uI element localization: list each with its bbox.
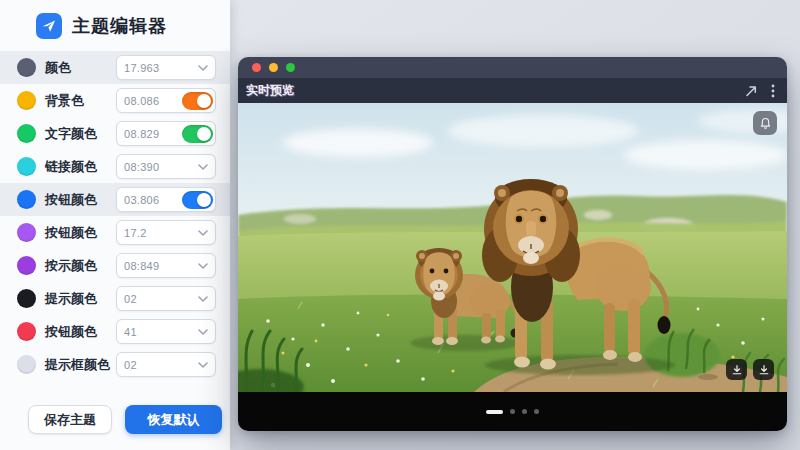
toggle-switch[interactable] <box>182 92 213 110</box>
color-row: 提示颜色02 <box>0 282 230 315</box>
value-field[interactable]: 08.086 <box>116 88 216 113</box>
color-row: 按示颜色08:849 <box>0 249 230 282</box>
preview-image <box>238 103 787 392</box>
row-label: 按钮颜色 <box>45 224 97 242</box>
color-swatch[interactable] <box>17 355 36 374</box>
value-field[interactable]: 08.829 <box>116 121 216 146</box>
chevron-down-icon[interactable] <box>198 230 208 236</box>
preview-header: 实时预览 <box>238 78 787 103</box>
save-theme-button[interactable]: 保存主题 <box>28 405 112 434</box>
row-label: 提示框颜色 <box>45 356 110 374</box>
pagination-active-pill[interactable] <box>486 410 503 414</box>
minimize-traffic-light[interactable] <box>269 63 278 72</box>
paper-plane-icon <box>36 13 62 39</box>
field-value: 17.963 <box>124 62 159 74</box>
lions-meadow-illustration <box>238 103 787 392</box>
zoom-traffic-light[interactable] <box>286 63 295 72</box>
color-row: 链接颜色08:390 <box>0 150 230 183</box>
chevron-down-icon[interactable] <box>198 263 208 269</box>
share-arrow-icon[interactable] <box>744 84 758 98</box>
pagination-dot[interactable] <box>510 409 515 414</box>
color-row: 按钮颜色41 <box>0 315 230 348</box>
row-label: 按钮颜色 <box>45 191 97 209</box>
field-value: 08:849 <box>124 260 159 272</box>
preview-window: 实时预览 <box>238 57 787 431</box>
window-titlebar <box>238 57 787 78</box>
color-row: 背景色08.086 <box>0 84 230 117</box>
pagination-dot[interactable] <box>522 409 527 414</box>
value-field[interactable]: 08:390 <box>116 154 216 179</box>
chevron-down-icon[interactable] <box>198 296 208 302</box>
field-value: 08.829 <box>124 128 159 140</box>
row-label: 颜色 <box>45 59 71 77</box>
toggle-switch[interactable] <box>182 191 213 209</box>
value-field[interactable]: 17.963 <box>116 55 216 80</box>
field-value: 08.086 <box>124 95 159 107</box>
row-label: 提示颜色 <box>45 290 97 308</box>
field-value: 08:390 <box>124 161 159 173</box>
field-value: 02 <box>124 293 137 305</box>
color-row: 按钮颜色03.806 <box>0 183 230 216</box>
value-field[interactable]: 08:849 <box>116 253 216 278</box>
color-swatch[interactable] <box>17 289 36 308</box>
color-swatch[interactable] <box>17 256 36 275</box>
download-icon[interactable] <box>753 359 774 380</box>
toggle-switch[interactable] <box>182 125 213 143</box>
chevron-down-icon[interactable] <box>198 329 208 335</box>
chevron-down-icon[interactable] <box>198 65 208 71</box>
chevron-down-icon[interactable] <box>198 164 208 170</box>
field-value: 03.806 <box>124 194 159 206</box>
color-row: 颜色17.963 <box>0 51 230 84</box>
color-swatch[interactable] <box>17 91 36 110</box>
row-label: 背景色 <box>45 92 84 110</box>
kebab-menu-icon[interactable] <box>771 84 775 98</box>
color-swatch[interactable] <box>17 58 36 77</box>
value-field[interactable]: 03.806 <box>116 187 216 212</box>
page-title: 主题编辑器 <box>72 14 167 38</box>
color-swatch[interactable] <box>17 124 36 143</box>
value-field[interactable]: 41 <box>116 319 216 344</box>
theme-editor-panel: 主题编辑器 颜色17.963背景色08.086文字颜色08.829链接颜色08:… <box>0 0 230 450</box>
preview-title: 实时预览 <box>246 82 294 99</box>
field-value: 17.2 <box>124 227 147 239</box>
color-row-list: 颜色17.963背景色08.086文字颜色08.829链接颜色08:390按钮颜… <box>0 51 230 381</box>
color-row: 文字颜色08.829 <box>0 117 230 150</box>
pagination-dot[interactable] <box>534 409 539 414</box>
field-value: 41 <box>124 326 137 338</box>
screen: 主题编辑器 颜色17.963背景色08.086文字颜色08.829链接颜色08:… <box>0 0 800 450</box>
row-label: 按钮颜色 <box>45 323 97 341</box>
color-row: 按钮颜色17.2 <box>0 216 230 249</box>
color-swatch[interactable] <box>17 322 36 341</box>
color-swatch[interactable] <box>17 223 36 242</box>
panel-actions: 保存主题 恢复默认 <box>0 405 230 434</box>
row-label: 文字颜色 <box>45 125 97 143</box>
value-field[interactable]: 02 <box>116 286 216 311</box>
header-icons <box>744 84 775 98</box>
chevron-down-icon[interactable] <box>198 362 208 368</box>
close-traffic-light[interactable] <box>252 63 261 72</box>
value-field[interactable]: 02 <box>116 352 216 377</box>
download-icon[interactable] <box>726 359 747 380</box>
color-swatch[interactable] <box>17 190 36 209</box>
bell-icon[interactable] <box>753 111 777 135</box>
carousel-pagination <box>238 392 787 431</box>
color-swatch[interactable] <box>17 157 36 176</box>
field-value: 02 <box>124 359 137 371</box>
app-brand: 主题编辑器 <box>0 0 230 47</box>
color-row: 提示框颜色02 <box>0 348 230 381</box>
row-label: 链接颜色 <box>45 158 97 176</box>
row-label: 按示颜色 <box>45 257 97 275</box>
value-field[interactable]: 17.2 <box>116 220 216 245</box>
restore-default-button[interactable]: 恢复默认 <box>125 405 222 434</box>
